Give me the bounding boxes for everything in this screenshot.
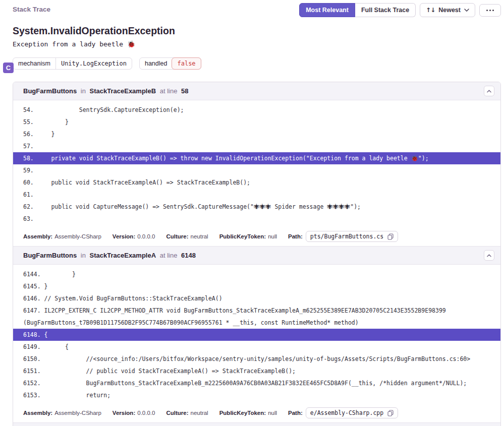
frame-header[interactable]: BugFarmButtons in StackTraceExampleB at … — [13, 82, 500, 100]
copy-path-button[interactable] — [387, 410, 394, 416]
chevron-up-icon — [487, 254, 491, 257]
stack-trace-page: Stack Trace Most Relevant Full Stack Tra… — [0, 0, 504, 426]
frame-module: BugFarmButtons — [23, 252, 77, 259]
code-line: 6152. BugFarmButtons_StackTraceExampleB_… — [13, 377, 500, 389]
version-label: Version: — [113, 233, 135, 239]
code-line: 6150. //<source_info:/Users/bitfox/Works… — [13, 353, 500, 365]
culture-value: neutral — [191, 410, 208, 416]
exception-message: Exception from a lady beetle 🐞 — [13, 40, 501, 48]
assembly-value: Assembly-CSharp — [54, 233, 101, 239]
publickeytoken-value: null — [268, 233, 277, 239]
path-value: pts/BugFarmButtons.cs — [310, 233, 383, 240]
tag-value-error: false — [172, 57, 201, 70]
stack-frame: BugFarmButtons in StackTraceExampleB at … — [13, 82, 500, 246]
culture-label: Culture: — [166, 233, 188, 239]
mechanism-tag: mechanism Unity.LogException — [13, 57, 132, 70]
chevron-up-icon — [487, 90, 491, 93]
frame-line-number: 58 — [181, 87, 188, 95]
frame-title: BugFarmButtons in StackTraceExampleB at … — [23, 87, 191, 95]
culture-label: Culture: — [166, 410, 188, 416]
code-line: 62. public void CaptureMessage() => Sent… — [13, 201, 500, 213]
code-line-highlighted: 6148. { — [13, 329, 500, 341]
code-line: 56. } — [13, 128, 500, 140]
path-label: Path: — [288, 233, 303, 239]
code-line: 6149. { — [13, 341, 500, 353]
frame-in-word: in — [81, 87, 86, 95]
sort-label: Newest — [438, 7, 461, 14]
more-options-button[interactable] — [479, 4, 501, 17]
version-value: 0.0.0.0 — [137, 410, 155, 416]
collapse-frame-button[interactable] — [484, 250, 494, 261]
full-stack-trace-button[interactable]: Full Stack Trace — [355, 3, 416, 17]
code-line: 60. public void StackTraceExampleA() => … — [13, 176, 500, 189]
code-line: 63. — [13, 213, 500, 225]
assembly-label: Assembly: — [23, 410, 52, 416]
path-value: e/Assembly-CSharp.cpp — [310, 409, 383, 416]
path-box: e/Assembly-CSharp.cpp — [306, 407, 398, 418]
code-line-highlighted: 58. private void StackTraceExampleB() =>… — [13, 152, 500, 164]
stack-frame: BugFarmButtons in StackTraceExampleA at … — [13, 246, 500, 422]
tag-value: Unity.LogException — [55, 58, 132, 69]
assembly-info-row: Assembly:Assembly-CSharp Version:0.0.0.0… — [13, 228, 500, 246]
assembly-info-row: Assembly:Assembly-CSharp Version:0.0.0.0… — [13, 405, 500, 422]
sort-dropdown-button[interactable]: ↑↓ Newest — [420, 3, 475, 17]
csharp-platform-icon: C — [3, 63, 14, 73]
code-line: 59. — [13, 164, 500, 176]
publickeytoken-label: PublicKeyToken: — [219, 233, 266, 239]
code-block: 54. SentrySdk.CaptureException(e); 55. }… — [13, 100, 500, 228]
version-label: Version: — [113, 410, 135, 416]
publickeytoken-value: null — [268, 410, 277, 416]
section-title: Stack Trace — [13, 3, 50, 13]
topbar: Stack Trace Most Relevant Full Stack Tra… — [13, 3, 501, 17]
code-line: 6144. } — [13, 268, 500, 280]
tags-row: mechanism Unity.LogException handled fal… — [13, 57, 501, 70]
path-box: pts/BugFarmButtons.cs — [306, 231, 398, 242]
code-line: 6153. return; — [13, 389, 500, 401]
most-relevant-button[interactable]: Most Relevant — [299, 3, 355, 17]
code-line: 61. — [13, 189, 500, 201]
exception-type-title: System.InvalidOperationException — [13, 25, 501, 37]
handled-tag: handled false — [139, 57, 201, 70]
sort-arrows-icon: ↑↓ — [426, 7, 435, 14]
assembly-label: Assembly: — [23, 233, 52, 239]
code-line: 6147. IL2CPP_EXTERN_C IL2CPP_METHOD_ATTR… — [13, 305, 500, 329]
copy-path-button[interactable] — [387, 233, 394, 240]
frame-function: StackTraceExampleB — [90, 87, 156, 95]
toolbar: Most Relevant Full Stack Trace ↑↓ Newest — [299, 3, 501, 17]
version-value: 0.0.0.0 — [137, 233, 155, 239]
publickeytoken-label: PublicKeyToken: — [219, 410, 266, 416]
chevron-down-icon — [464, 9, 469, 12]
frame-function: StackTraceExampleA — [90, 252, 156, 259]
frame-atline-word: at line — [160, 252, 178, 259]
code-line: 57. — [13, 140, 500, 152]
stack-trace-panel: BugFarmButtons in StackTraceExampleB at … — [13, 82, 501, 426]
tag-key: mechanism — [13, 58, 55, 69]
frame-title: BugFarmButtons in StackTraceExampleA at … — [23, 252, 198, 259]
frame-header[interactable]: BugFarmButtons in StackTraceExampleA at … — [13, 246, 500, 265]
ellipsis-icon — [485, 8, 495, 13]
copy-icon — [387, 233, 394, 240]
copy-icon — [387, 410, 394, 416]
collapse-frame-button[interactable] — [484, 86, 494, 96]
culture-value: neutral — [191, 233, 208, 239]
frame-line-number: 6148 — [181, 252, 196, 259]
code-line: 6151. // public void StackTraceExampleA(… — [13, 365, 500, 377]
view-toggle: Most Relevant Full Stack Trace — [299, 3, 416, 17]
code-block: 6144. } 6145. } 6146. // System.Void Bug… — [13, 265, 500, 405]
frame-in-word: in — [81, 252, 86, 259]
code-line: 54. SentrySdk.CaptureException(e); — [13, 104, 500, 116]
assembly-value: Assembly-CSharp — [54, 410, 101, 416]
collapsed-frame-row[interactable]: Called from: UnityEngine.Events.UnityAct… — [13, 422, 500, 426]
tag-key: handled — [140, 58, 173, 69]
path-label: Path: — [288, 410, 303, 416]
frame-module: BugFarmButtons — [23, 87, 77, 95]
code-line: 6145. } — [13, 280, 500, 292]
code-line: 6146. // System.Void BugFarmButtons::Sta… — [13, 292, 500, 305]
code-line: 55. } — [13, 116, 500, 128]
frame-atline-word: at line — [160, 87, 178, 95]
